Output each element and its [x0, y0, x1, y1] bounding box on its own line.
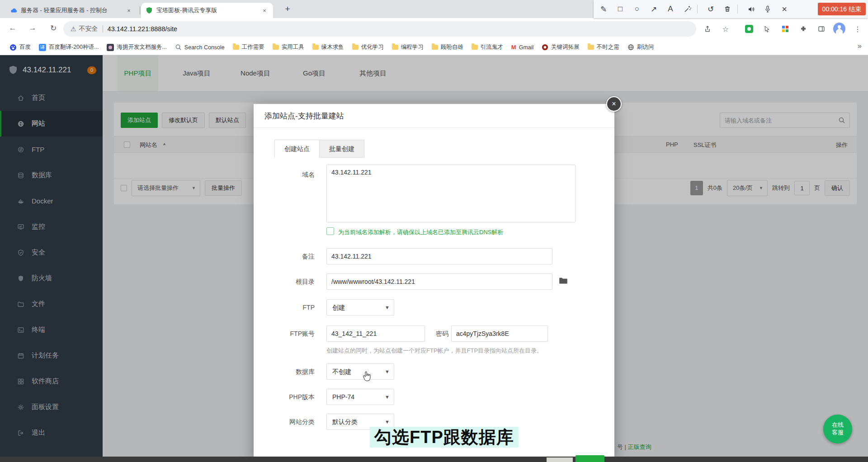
- video-caption: 勾选FTP跟数据库: [370, 427, 519, 448]
- profile-avatar[interactable]: [833, 23, 845, 35]
- close-recorder-icon[interactable]: ×: [778, 2, 791, 16]
- bookmarks-overflow-icon[interactable]: »: [858, 42, 862, 50]
- mouse-cursor-hand: [361, 371, 372, 382]
- dns-resolve-checkbox[interactable]: [326, 227, 334, 235]
- extensions-puzzle-icon[interactable]: [797, 23, 809, 35]
- chevron-down-icon: ▼: [385, 305, 390, 310]
- root-dir-input[interactable]: [326, 273, 552, 290]
- speaker-icon[interactable]: [744, 2, 758, 16]
- address-url: 43.142.11.221:8888/site: [108, 25, 178, 33]
- bookmark-folder-optimize[interactable]: 优化学习: [348, 42, 388, 52]
- tab-close-icon[interactable]: ×: [260, 7, 269, 14]
- folder-icon: [352, 45, 359, 50]
- database-label: 数据库: [254, 363, 315, 380]
- tab-title: 服务器 - 轻量应用服务器 - 控制台: [21, 6, 122, 14]
- bookmark-folder-tools[interactable]: 实用工具: [269, 42, 308, 52]
- tab-batch-create[interactable]: 批量创建: [319, 140, 364, 158]
- reload-button[interactable]: ↻: [47, 24, 60, 34]
- ftp-label: FTP: [254, 299, 315, 316]
- browser-tab-server-console[interactable]: 服务器 - 轻量应用服务器 - 控制台 ×: [5, 3, 137, 18]
- bookmarks-bar: 百度 译 百度翻译-200种语... 海拥开发文档服务... Search Co…: [0, 40, 868, 55]
- browser-menu-icon[interactable]: ⋮: [852, 23, 863, 35]
- bookmark-folder-gupan[interactable]: 顾盼自雄: [428, 42, 467, 52]
- recorder-toolbar: ✎ □ ○ ↗ A ↺ × 00:00:16 结束: [594, 0, 868, 18]
- ellipse-tool-icon[interactable]: ○: [630, 2, 644, 16]
- rectangle-tool-icon[interactable]: □: [613, 2, 627, 16]
- screen: 服务器 - 轻量应用服务器 - 控制台 × 宝塔面板-腾讯云专享版 × + ← …: [0, 0, 868, 462]
- folder-icon: [392, 45, 398, 50]
- baota-shield-icon: [146, 7, 153, 14]
- submit-button-fragment[interactable]: [576, 455, 604, 462]
- ftp-hint-text: 创建站点的同时，为站点创建一个对应FTP帐户，并且FTP目录指向站点所在目录。: [326, 347, 542, 355]
- site-category-label: 网站分类: [254, 414, 315, 430]
- side-panel-icon[interactable]: [816, 23, 827, 35]
- extension-chat-icon[interactable]: [743, 23, 755, 35]
- choose-directory-icon[interactable]: [558, 276, 569, 287]
- password-label: 密码: [410, 325, 448, 342]
- bottom-edge-strip: [0, 457, 868, 462]
- ftp-select[interactable]: 创建 ▼: [326, 299, 394, 316]
- modal-title: 添加站点-支持批量建站: [254, 104, 614, 128]
- trash-icon[interactable]: [721, 2, 734, 16]
- gmail-icon: M: [511, 44, 516, 51]
- php-version-select[interactable]: PHP-74 ▼: [326, 389, 394, 405]
- cursor-extension-icon[interactable]: [761, 23, 773, 35]
- avatar-icon: [107, 44, 114, 51]
- warning-icon: ⚠: [71, 25, 76, 33]
- toolbar-divider: [737, 5, 738, 14]
- bookmark-keyword-expand[interactable]: 关键词拓展: [538, 42, 584, 52]
- address-divider: [103, 25, 103, 33]
- address-bar[interactable]: ⚠ 不安全 43.142.11.221:8888/site: [63, 21, 696, 37]
- share-icon[interactable]: [702, 23, 713, 35]
- undo-icon[interactable]: ↺: [704, 2, 717, 16]
- bookmark-gmail[interactable]: M Gmail: [507, 42, 538, 52]
- remark-input[interactable]: [326, 248, 552, 264]
- bookmark-folder-bushizhixu[interactable]: 不时之需: [584, 42, 623, 52]
- keyword-icon: [542, 44, 548, 51]
- domain-textarea[interactable]: 43.142.11.221: [326, 165, 576, 222]
- baidu-icon: [9, 44, 17, 51]
- pencil-tool-icon[interactable]: ✎: [597, 2, 610, 16]
- add-site-modal: × 添加站点-支持批量建站 创建站点 批量创建 域名 43.142.11.221…: [254, 104, 614, 462]
- search-console-icon: [175, 44, 182, 51]
- browser-toolbar: ← → ↻ ⚠ 不安全 43.142.11.221:8888/site ☆ ⋮: [0, 18, 868, 40]
- chevron-down-icon: ▼: [385, 394, 390, 400]
- bookmark-folder-yuanmu[interactable]: 缘木求鱼: [308, 42, 348, 52]
- folder-icon: [432, 45, 438, 50]
- security-label: 不安全: [79, 25, 98, 33]
- bookmark-baidu-translate[interactable]: 译 百度翻译-200种语...: [35, 42, 103, 52]
- arrow-tool-icon[interactable]: ↗: [647, 2, 660, 16]
- bookmark-star-icon[interactable]: ☆: [720, 23, 731, 35]
- ftp-password-input[interactable]: [451, 325, 548, 342]
- bookmark-haiyong-docs[interactable]: 海拥开发文档服务...: [103, 42, 170, 52]
- modal-close-icon[interactable]: ×: [606, 96, 622, 112]
- bookmark-folder-yinliu[interactable]: 引流鬼才: [467, 42, 507, 52]
- bookmark-folder-coding[interactable]: 编程学习: [388, 42, 428, 52]
- tab-close-icon[interactable]: ×: [125, 7, 133, 14]
- bookmark-folder-work[interactable]: 工作需要: [229, 42, 269, 52]
- browser-tab-baota-panel[interactable]: 宝塔面板-腾讯云专享版 ×: [141, 3, 273, 18]
- tencent-cloud-icon: [10, 7, 17, 14]
- microphone-icon[interactable]: [761, 2, 774, 16]
- forward-button[interactable]: →: [26, 24, 39, 34]
- grid-extension-icon[interactable]: [779, 23, 791, 35]
- back-button[interactable]: ←: [6, 24, 19, 34]
- online-service-button[interactable]: 在线 客服: [823, 415, 852, 443]
- bookmark-shuafangwen[interactable]: 刷访问: [623, 42, 658, 52]
- tab-create-site[interactable]: 创建站点: [274, 140, 320, 158]
- magic-wand-tool-icon[interactable]: [680, 2, 694, 16]
- new-tab-button[interactable]: +: [282, 4, 293, 15]
- bookmark-search-console[interactable]: Search Console: [171, 42, 229, 52]
- recording-timer-button[interactable]: 00:00:16 结束: [818, 3, 866, 15]
- bookmark-baidu[interactable]: 百度: [5, 42, 35, 52]
- tab-title: 宝塔面板-腾讯云专享版: [156, 6, 258, 14]
- database-select[interactable]: 不创建 ▼: [326, 363, 394, 380]
- text-tool-icon[interactable]: A: [664, 2, 677, 16]
- folder-icon: [233, 45, 239, 50]
- php-version-label: PHP版本: [254, 389, 315, 405]
- domain-label: 域名: [254, 166, 315, 183]
- folder-icon: [273, 45, 279, 50]
- folder-icon: [588, 45, 594, 50]
- modal-tabs: 创建站点 批量创建: [274, 140, 364, 158]
- translate-icon: 译: [39, 44, 46, 51]
